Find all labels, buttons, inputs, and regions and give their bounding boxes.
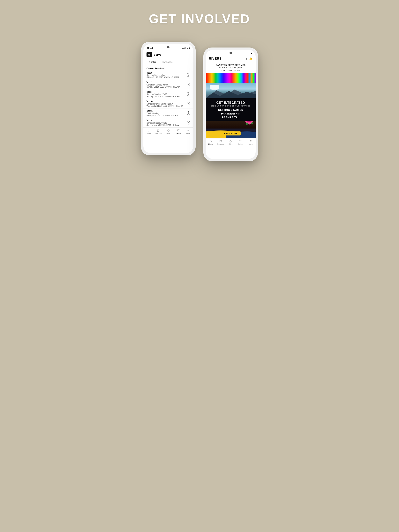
nav-respond-label: Respond xyxy=(155,133,162,134)
nav-respond[interactable]: ◻ Respond xyxy=(153,129,163,134)
status-time: 10:44 xyxy=(147,47,153,50)
course-partnership[interactable]: PARTNERSHIP xyxy=(209,112,252,115)
give2-icon: ◇ xyxy=(230,140,232,143)
service-times-hours: 08:30AM | 11:15AM | 5PM xyxy=(209,67,252,69)
roster-info-4: Vox 6 Sandton Prayer Meeting 18h30 Wedne… xyxy=(147,100,183,107)
event-date-1: Friday Oct 27 2023 6:30PM - 8:30PM xyxy=(147,76,179,78)
card-dark-section: GET INTEGRATED SIGN UP FOR SOME OF OUR C… xyxy=(206,98,256,121)
event-name-6: Sandton Sunday 08h30 xyxy=(147,122,179,124)
event-name-3: Sandton Sunday 17h00 xyxy=(147,93,180,95)
color-strips xyxy=(206,73,256,83)
respond-icon: ◻ xyxy=(157,129,160,132)
belong-icon: ♡ xyxy=(239,140,242,143)
phone1-header: R. Serve xyxy=(143,51,193,59)
notification-icon[interactable]: 🔔 xyxy=(249,57,252,60)
nav2-home[interactable]: ⌂ Home xyxy=(206,140,216,145)
roster-info-3: Vox 4 Sandton Sunday 17h00 Sunday Oct 29… xyxy=(147,90,180,98)
event-date-5: Friday Nov 3 2023 6:30PM - 8:30PM xyxy=(147,114,178,117)
phone2-screen: ▮ RIVERS ↑ 🔔 SANDTON SERVICE TIMES 08:30… xyxy=(206,50,256,159)
nav2-respond[interactable]: ◻ Respond xyxy=(216,140,225,145)
tabs-bar: Roster Downloads xyxy=(143,59,193,65)
more-icon: ≡ xyxy=(187,129,189,132)
nav-serve[interactable]: ♡ Serve xyxy=(174,129,183,134)
svg-marker-1 xyxy=(206,91,256,99)
nav2-give-label: Give xyxy=(229,143,233,145)
info-btn-6[interactable]: i xyxy=(187,121,190,124)
roster-info-6: Vox 4 Sandton Sunday 08h30 Sunday Nov 5 … xyxy=(147,119,179,126)
info-btn-2[interactable]: i xyxy=(187,83,190,86)
mountains-bg xyxy=(206,83,256,98)
phones-container: 10:44 ▲ ▮ R. Serve R xyxy=(141,42,258,161)
roster-info-2: Vox 1 Centurion Sunday 08H00 Sunday Oct … xyxy=(147,81,180,88)
event-date-4: Wednesday Nov 1 2023 6:30PM - 8:30PM xyxy=(147,105,183,107)
integrated-card: GET INTEGRATED SIGN UP FOR SOME OF OUR C… xyxy=(206,73,256,138)
roster-list: Vox 5 Sandton Sisters Night Friday Oct 2… xyxy=(143,70,193,127)
tab-downloads[interactable]: Downloads xyxy=(159,59,175,65)
roster-item: Vox 6 Sandton Prayer Meeting 18h30 Wedne… xyxy=(143,99,193,108)
header-actions: ↑ 🔔 xyxy=(246,57,252,60)
tab-roster[interactable]: Roster xyxy=(147,59,159,65)
bottom-nav-phone2: ⌂ Home ◻ Respond ◇ Give ♡ Belong ≡ Mor xyxy=(206,138,256,147)
phone-rivers: ▮ RIVERS ↑ 🔔 SANDTON SERVICE TIMES 08:30… xyxy=(203,48,258,161)
nav2-belong-label: Belong xyxy=(238,143,243,145)
nav-home-label: Home xyxy=(146,133,151,134)
vox-name-4: Vox 6 xyxy=(147,100,183,103)
courses-list: GETTING STARTED PARTNERSHIP PREMARITAL xyxy=(209,108,252,119)
info-btn-4[interactable]: i xyxy=(187,102,190,105)
get-directions[interactable]: ↑ GET DIRECTIONS xyxy=(209,70,252,72)
nav-give[interactable]: ◇ Give xyxy=(163,129,173,134)
home2-icon: ⌂ xyxy=(210,140,212,143)
service-times-title: SANDTON SERVICE TIMES xyxy=(209,64,252,66)
roster-item: Vox 1 Youth Meeting Friday Nov 3 2023 6:… xyxy=(143,108,193,118)
nav-more[interactable]: ≡ More xyxy=(183,129,193,134)
logo-box: R. xyxy=(147,52,152,57)
navigation-icon[interactable]: ↑ xyxy=(246,57,247,60)
vox-name-3: Vox 4 xyxy=(147,90,180,93)
more2-icon: ≡ xyxy=(250,140,251,143)
nav2-belong[interactable]: ♡ Belong xyxy=(236,140,246,145)
vox-name-6: Vox 4 xyxy=(147,119,179,122)
home-icon: ⌂ xyxy=(148,129,149,132)
signal-icon xyxy=(182,47,186,49)
rivers-logo: RIVERS xyxy=(209,57,222,60)
serve-icon: ♡ xyxy=(177,129,180,132)
roster-item: Vox 4 Sandton Sunday 17h00 Sunday Oct 29… xyxy=(143,89,193,99)
respond2-icon: ◻ xyxy=(219,140,222,143)
phone-serve: 10:44 ▲ ▮ R. Serve R xyxy=(141,42,196,155)
nav-give-label: Give xyxy=(167,133,170,134)
phone2-header: RIVERS ↑ 🔔 xyxy=(206,56,256,62)
vox-name-1: Vox 5 xyxy=(147,71,179,74)
sign-up-subtitle: SIGN UP FOR SOME OF OUR COURSES xyxy=(209,105,252,107)
info-btn-1[interactable]: i xyxy=(187,73,190,77)
phone1-screen: 10:44 ▲ ▮ R. Serve R xyxy=(143,44,193,153)
nav2-respond-label: Respond xyxy=(217,143,224,145)
read-more-button[interactable]: READ MORE xyxy=(221,132,241,136)
event-name-2: Centurion Sunday 08H00 xyxy=(147,84,180,86)
event-date-3: Sunday Oct 29 2023 5:00PM - 6:15PM xyxy=(147,95,180,98)
event-name-5: Youth Meeting xyxy=(147,112,178,114)
nav2-more-label: More xyxy=(249,143,253,145)
info-btn-3[interactable]: i xyxy=(187,92,190,96)
phone1-camera xyxy=(167,46,169,48)
roster-item: Vox 4 Sandton Sunday 08h30 Sunday Nov 5 … xyxy=(143,118,193,127)
mountain-svg xyxy=(206,89,256,98)
roster-info-1: Vox 5 Sandton Sisters Night Friday Oct 2… xyxy=(147,71,179,78)
directions-arrow: ↑ xyxy=(221,70,222,72)
nav2-give[interactable]: ◇ Give xyxy=(225,140,236,145)
nav-home[interactable]: ⌂ Home xyxy=(143,129,153,134)
crowd-section: 🌺 xyxy=(206,121,256,128)
flower-decoration: 🌺 xyxy=(245,121,254,125)
event-name-1: Sandton Sisters Night xyxy=(147,74,179,76)
wifi-icon: ▲ xyxy=(186,47,188,49)
section-current-positions: Current Positions: xyxy=(143,65,193,70)
bottom-nav-phone1: ⌂ Home ◻ Respond ◇ Give ♡ Serve ≡ More xyxy=(143,127,193,136)
vox-name-5: Vox 1 xyxy=(147,110,178,112)
nav2-home-label: Home xyxy=(208,143,213,145)
nav-serve-label: Serve xyxy=(176,133,180,134)
give-icon: ◇ xyxy=(167,129,169,132)
course-getting-started[interactable]: GETTING STARTED xyxy=(209,108,252,111)
roster-item: Vox 5 Sandton Sisters Night Friday Oct 2… xyxy=(143,70,193,80)
nav2-more[interactable]: ≡ More xyxy=(246,140,256,145)
info-btn-5[interactable]: i xyxy=(187,111,190,115)
course-premarital[interactable]: PREMARITAL xyxy=(209,116,252,119)
